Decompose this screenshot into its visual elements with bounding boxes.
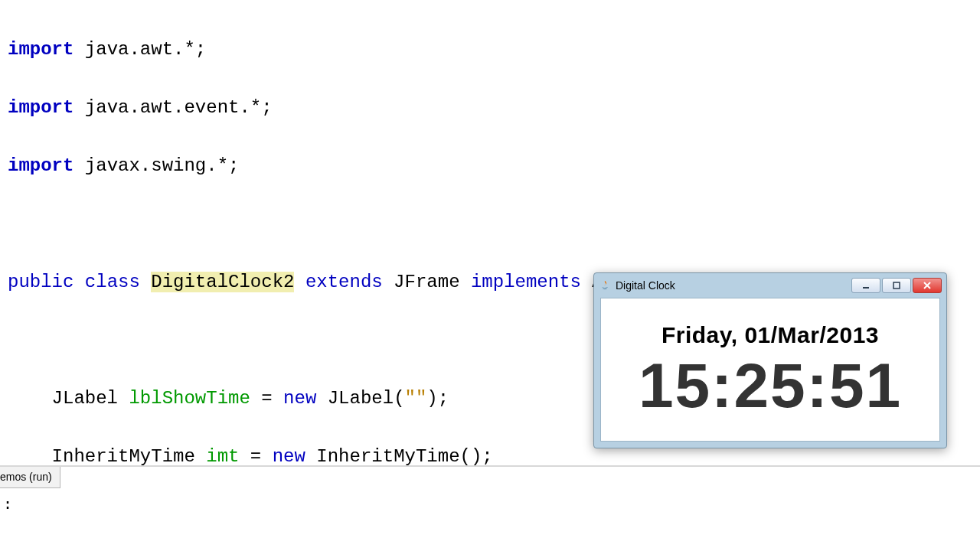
titlebar[interactable]: Digital Clock bbox=[594, 273, 946, 298]
output-panel: emos (run) : bbox=[0, 465, 980, 551]
minimize-button[interactable] bbox=[851, 278, 880, 293]
code-line: import javax.swing.*; bbox=[8, 152, 972, 181]
class-name-highlight: DigitalClock2 bbox=[151, 272, 294, 292]
code-line: import java.awt.*; bbox=[8, 35, 972, 64]
window-title: Digital Clock bbox=[616, 279, 850, 292]
clock-client-area: Friday, 01/Mar/2013 15:25:51 bbox=[600, 298, 940, 442]
time-label: 15:25:51 bbox=[639, 354, 902, 417]
output-tab[interactable]: emos (run) bbox=[0, 467, 60, 488]
output-body: : bbox=[0, 494, 12, 513]
window-buttons bbox=[850, 278, 942, 293]
svg-rect-1 bbox=[893, 282, 900, 289]
code-line: import java.awt.event.*; bbox=[8, 93, 972, 122]
maximize-button[interactable] bbox=[882, 278, 911, 293]
digital-clock-window[interactable]: Digital Clock Friday, 01/Mar/2013 15:25:… bbox=[593, 272, 947, 448]
date-label: Friday, 01/Mar/2013 bbox=[662, 322, 879, 348]
code-line bbox=[8, 210, 972, 239]
close-button[interactable] bbox=[913, 278, 942, 293]
java-icon bbox=[599, 279, 611, 292]
